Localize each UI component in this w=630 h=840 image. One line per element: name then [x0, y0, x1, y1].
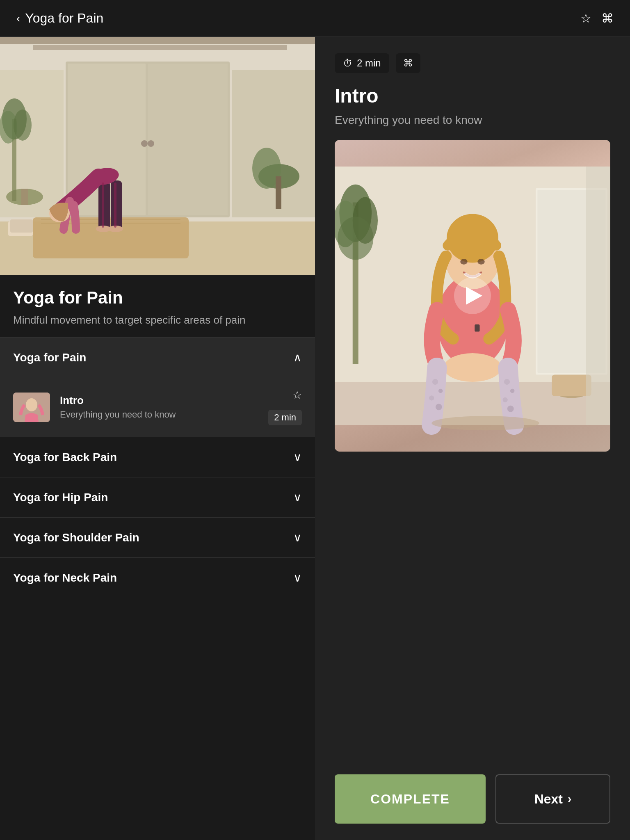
svg-point-51	[477, 259, 485, 265]
svg-point-59	[510, 389, 515, 393]
video-player[interactable]	[335, 140, 610, 452]
section-name-2: Yoga for Hip Pain	[13, 491, 108, 504]
svg-point-62	[431, 416, 539, 430]
back-chevron-icon: ‹	[16, 12, 20, 25]
section-name-1: Yoga for Back Pain	[13, 451, 117, 464]
right-panel: ⏱ 2 min ⌘ Intro Everything you need to k…	[315, 37, 630, 840]
section-yoga-for-back-pain: Yoga for Back Pain ∨	[0, 437, 315, 477]
svg-point-54	[432, 379, 438, 385]
next-label: Next	[534, 792, 563, 807]
duration-badge: ⏱ 2 min	[335, 53, 389, 73]
svg-rect-33	[114, 183, 116, 228]
section-content-0: Intro Everything you need to know ☆ 2 mi…	[0, 377, 315, 437]
left-panel: Yoga for Pain Mindful movement to target…	[0, 37, 315, 840]
svg-rect-3	[0, 37, 315, 44]
lesson-info-0: Intro Everything you need to know	[60, 394, 258, 420]
section-header-2[interactable]: Yoga for Hip Pain ∨	[0, 477, 315, 517]
svg-rect-53	[475, 324, 479, 332]
section-chevron-up-icon: ∧	[293, 351, 302, 364]
lesson-desc-right: Everything you need to know	[335, 114, 610, 127]
lesson-title-0: Intro	[60, 394, 258, 407]
svg-rect-11	[232, 70, 315, 217]
svg-point-60	[503, 397, 508, 402]
svg-point-8	[141, 140, 148, 147]
list-item[interactable]: Intro Everything you need to know ☆ 2 mi…	[0, 381, 315, 434]
next-chevron-icon: ›	[568, 792, 571, 806]
section-name-0: Yoga for Pain	[13, 351, 86, 364]
link-icon[interactable]: ⌘	[601, 11, 614, 25]
svg-point-44	[338, 217, 374, 260]
svg-point-50	[460, 259, 468, 265]
section-chevron-down-icon-1: ∨	[293, 450, 302, 464]
course-title: Yoga for Pain	[13, 288, 302, 308]
section-name-3: Yoga for Shoulder Pain	[13, 531, 139, 544]
section-list: Yoga for Pain ∧	[0, 337, 315, 840]
section-yoga-for-shoulder-pain: Yoga for Shoulder Pain ∨	[0, 517, 315, 557]
svg-point-58	[504, 379, 510, 385]
section-chevron-down-icon-2: ∨	[293, 491, 302, 504]
next-button[interactable]: Next ›	[495, 774, 610, 824]
svg-point-9	[148, 140, 154, 147]
svg-point-57	[436, 404, 442, 410]
svg-rect-25	[276, 176, 281, 209]
section-yoga-for-pain: Yoga for Pain ∧	[0, 337, 315, 437]
section-yoga-for-neck-pain: Yoga for Neck Pain ∨	[0, 557, 315, 598]
play-triangle-icon	[466, 287, 482, 305]
svg-point-52	[444, 353, 501, 382]
lesson-title-right: Intro	[335, 84, 610, 107]
header-title: Yoga for Pain	[25, 11, 103, 26]
course-subtitle: Mindful movement to target specific area…	[13, 313, 302, 327]
svg-point-49	[447, 214, 498, 263]
lesson-star-icon[interactable]: ☆	[292, 389, 302, 402]
header: ‹ Yoga for Pain ☆ ⌘	[0, 0, 630, 37]
svg-rect-4	[33, 45, 287, 50]
course-info: Yoga for Pain Mindful movement to target…	[0, 275, 315, 337]
main-layout: Yoga for Pain Mindful movement to target…	[0, 37, 630, 840]
clock-icon: ⏱	[343, 57, 353, 69]
section-chevron-down-icon-4: ∨	[293, 571, 302, 584]
section-header-3[interactable]: Yoga for Shoulder Pain ∨	[0, 518, 315, 557]
svg-rect-32	[102, 183, 104, 228]
section-header-4[interactable]: Yoga for Neck Pain ∨	[0, 558, 315, 598]
section-yoga-for-hip-pain: Yoga for Hip Pain ∨	[0, 477, 315, 517]
svg-rect-63	[586, 167, 611, 425]
svg-point-56	[429, 395, 434, 400]
svg-rect-22	[10, 219, 33, 233]
svg-point-35	[26, 398, 37, 411]
duration-text: 2 min	[357, 57, 381, 69]
svg-point-55	[438, 389, 443, 393]
section-header-1[interactable]: Yoga for Back Pain ∨	[0, 437, 315, 477]
svg-rect-7	[148, 64, 228, 215]
lesson-meta: ⏱ 2 min ⌘	[335, 53, 610, 73]
complete-button[interactable]: COMPLETE	[335, 774, 486, 824]
course-hero-image	[0, 37, 315, 275]
link-badge[interactable]: ⌘	[396, 53, 420, 73]
play-button[interactable]	[454, 277, 491, 314]
svg-rect-13	[21, 189, 28, 205]
section-chevron-down-icon-3: ∨	[293, 531, 302, 544]
star-icon[interactable]: ☆	[580, 11, 591, 25]
svg-rect-46	[552, 375, 591, 397]
lesson-thumbnail-0	[13, 393, 50, 422]
back-button[interactable]: ‹ Yoga for Pain	[16, 11, 103, 26]
section-header-yoga-for-pain[interactable]: Yoga for Pain ∧	[0, 338, 315, 377]
action-buttons: COMPLETE Next ›	[335, 774, 610, 824]
svg-point-17	[14, 110, 32, 141]
lesson-desc-0: Everything you need to know	[60, 409, 258, 420]
lesson-duration-0: 2 min	[268, 410, 302, 425]
header-actions: ☆ ⌘	[580, 11, 614, 25]
svg-point-61	[507, 406, 514, 412]
section-name-4: Yoga for Neck Pain	[13, 571, 117, 584]
lesson-actions-0: ☆ 2 min	[268, 389, 302, 425]
